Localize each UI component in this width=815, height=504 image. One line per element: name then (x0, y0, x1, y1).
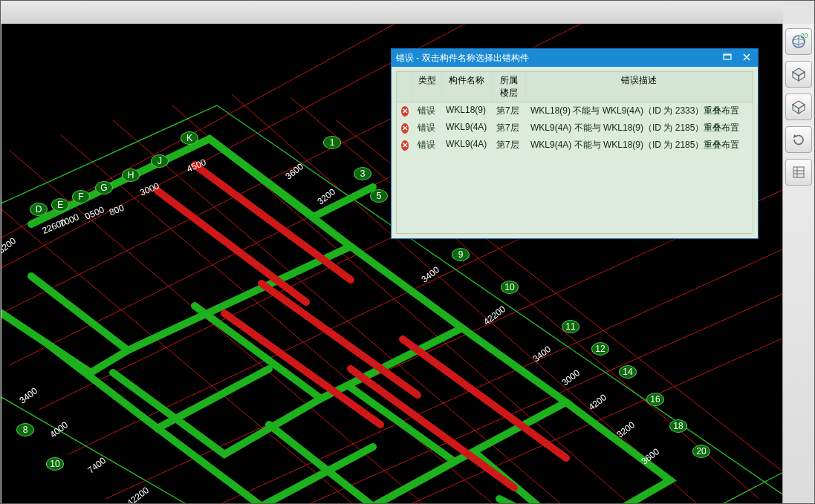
col-desc[interactable]: 错误描述 (526, 72, 753, 102)
grid-label: 10 (46, 457, 64, 471)
right-toolbar: 20 (782, 24, 814, 503)
cube-iso-button[interactable] (785, 94, 812, 120)
grid-label: H (122, 168, 140, 182)
grid-label: G (95, 181, 113, 194)
cell-name[interactable]: WKL9(4A) (441, 120, 492, 137)
cell-name[interactable]: WKL9(4A) (441, 137, 492, 154)
dialog-titlebar[interactable]: 错误 - 双击构件名称选择出错构件 (392, 49, 758, 67)
table-row[interactable]: ✕错误WKL18(9)第7层WKL18(9) 不能与 WKL9(4A)（ID 为… (397, 102, 753, 120)
grid-label: 9 (452, 248, 470, 261)
svg-line-7 (150, 246, 784, 503)
top-strip (1, 1, 783, 24)
dialog-body: 类型 构件名称 所属楼层 错误描述 ✕错误WKL18(9)第7层WKL18(9)… (396, 71, 753, 234)
close-button[interactable] (738, 50, 755, 64)
viewport-3d[interactable]: K1J3H5GFED91011121416182081011K 45003000… (1, 24, 784, 503)
svg-marker-35 (793, 105, 799, 114)
globe-button[interactable]: 20 (785, 28, 812, 55)
table-header: 类型 构件名称 所属楼层 错误描述 (397, 72, 753, 102)
cell-desc: WKL18(9) 不能与 WKL9(4A)（ID 为 2333）重叠布置 (526, 102, 753, 120)
minimize-icon (723, 53, 732, 61)
grid-label: 10 (501, 281, 519, 294)
rotate-icon (790, 131, 807, 148)
cell-type: 错误 (413, 137, 441, 154)
cell-desc: WKL9(4A) 不能与 WKL18(9)（ID 为 2185）重叠布置 (526, 120, 753, 137)
close-icon (742, 53, 751, 62)
table-row[interactable]: ✕错误WKL9(4A)第7层WKL9(4A) 不能与 WKL18(9)（ID 为… (397, 120, 753, 137)
error-icon: ✕ (401, 123, 409, 134)
grid-label: 3 (354, 167, 371, 180)
grid-label: 11 (562, 320, 579, 333)
cell-floor: 第7层 (492, 120, 526, 137)
cell-floor: 第7层 (492, 137, 526, 154)
properties-icon (790, 164, 807, 180)
cell-floor: 第7层 (492, 102, 526, 120)
grid-label: 20 (692, 445, 710, 458)
properties-button[interactable] (785, 159, 812, 186)
error-dialog[interactable]: 错误 - 双击构件名称选择出错构件 类型 构件名称 所属楼层 错误描述 (391, 48, 759, 239)
grid-label: 12 (591, 342, 609, 356)
svg-marker-37 (793, 134, 797, 138)
grid-label: F (72, 190, 90, 203)
svg-marker-31 (793, 68, 805, 76)
svg-line-20 (262, 284, 418, 395)
grid-label: 5 (370, 189, 388, 203)
grid-label: 16 (646, 393, 664, 406)
grid-label: 1 (323, 136, 341, 149)
error-icon: ✕ (401, 140, 409, 151)
grid-label: E (51, 198, 69, 212)
col-floor[interactable]: 所属楼层 (492, 72, 526, 102)
app-frame: K1J3H5GFED91011121416182081011K 45003000… (0, 0, 815, 504)
grid-label: D (30, 203, 48, 216)
grid-label: 14 (619, 365, 637, 379)
table-rows: ✕错误WKL18(9)第7层WKL18(9) 不能与 WKL9(4A)（ID 为… (397, 102, 753, 233)
cell-name[interactable]: WKL18(9) (441, 102, 492, 120)
error-icon: ✕ (401, 106, 409, 117)
col-name[interactable]: 构件名称 (441, 72, 492, 102)
rotate-button[interactable] (785, 126, 812, 153)
cell-type: 错误 (413, 102, 441, 120)
cube-top-button[interactable] (785, 61, 812, 88)
cube-iso-icon (790, 99, 807, 115)
minimize-button[interactable] (719, 50, 736, 64)
dialog-title: 错误 - 双击构件名称选择出错构件 (396, 52, 529, 65)
svg-rect-38 (793, 167, 804, 177)
grid-label: 8 (16, 423, 34, 436)
grid-label: J (151, 154, 169, 168)
globe-badge: 20 (800, 32, 808, 39)
table-row[interactable]: ✕错误WKL9(4A)第7层WKL9(4A) 不能与 WKL18(9)（ID 为… (397, 137, 753, 154)
svg-line-19 (158, 191, 306, 302)
col-type[interactable]: 类型 (413, 72, 441, 102)
cell-type: 错误 (413, 120, 441, 137)
cell-desc: WKL9(4A) 不能与 WKL18(9)（ID 为 2185）重叠布置 (526, 137, 753, 154)
grid-label: K (181, 131, 198, 145)
grid-label: 18 (669, 419, 687, 433)
cube-top-icon (790, 66, 807, 82)
svg-marker-36 (799, 105, 805, 114)
